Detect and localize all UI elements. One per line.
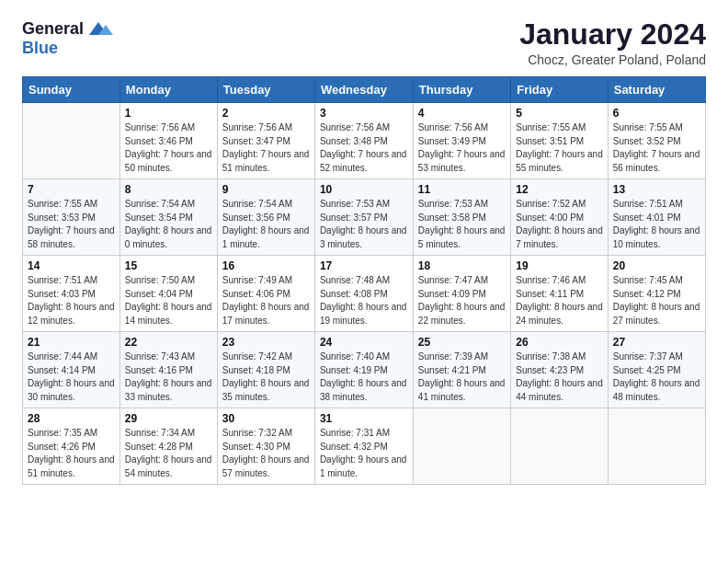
- cell-content: Sunrise: 7:56 AM Sunset: 3:48 PM Dayligh…: [320, 121, 408, 175]
- calendar-cell: [511, 408, 609, 485]
- cell-content: Sunrise: 7:55 AM Sunset: 3:52 PM Dayligh…: [613, 121, 700, 175]
- cell-content: Sunrise: 7:42 AM Sunset: 4:18 PM Dayligh…: [222, 350, 310, 404]
- cell-content: Sunrise: 7:53 AM Sunset: 3:57 PM Dayligh…: [320, 198, 408, 251]
- cell-content: Sunrise: 7:54 AM Sunset: 3:56 PM Dayligh…: [222, 198, 310, 251]
- day-header-friday: Friday: [511, 77, 609, 103]
- cell-content: Sunrise: 7:56 AM Sunset: 3:46 PM Dayligh…: [125, 121, 212, 175]
- cell-content: Sunrise: 7:31 AM Sunset: 4:32 PM Dayligh…: [320, 427, 408, 480]
- day-header-sunday: Sunday: [23, 77, 120, 103]
- day-number: 25: [418, 336, 506, 349]
- calendar-cell: 12Sunrise: 7:52 AM Sunset: 4:00 PM Dayli…: [511, 179, 609, 256]
- logo-text-general: General: [22, 19, 84, 39]
- calendar-cell: 10Sunrise: 7:53 AM Sunset: 3:57 PM Dayli…: [314, 179, 413, 256]
- day-number: 22: [125, 336, 212, 349]
- calendar-cell: 11Sunrise: 7:53 AM Sunset: 3:58 PM Dayli…: [413, 179, 510, 256]
- calendar-cell: [413, 408, 510, 485]
- calendar-cell: 31Sunrise: 7:31 AM Sunset: 4:32 PM Dayli…: [314, 408, 413, 485]
- day-number: 19: [516, 259, 603, 272]
- day-number: 7: [28, 183, 115, 196]
- calendar-cell: 5Sunrise: 7:55 AM Sunset: 3:51 PM Daylig…: [511, 103, 609, 179]
- day-header-wednesday: Wednesday: [314, 77, 413, 103]
- calendar-cell: 16Sunrise: 7:49 AM Sunset: 4:06 PM Dayli…: [217, 256, 314, 332]
- cell-content: Sunrise: 7:48 AM Sunset: 4:08 PM Dayligh…: [320, 274, 408, 327]
- logo-text-blue: Blue: [22, 39, 58, 57]
- cell-content: Sunrise: 7:56 AM Sunset: 3:49 PM Dayligh…: [418, 121, 506, 175]
- day-number: 18: [418, 259, 506, 272]
- cell-content: Sunrise: 7:38 AM Sunset: 4:23 PM Dayligh…: [516, 350, 603, 404]
- calendar-table: SundayMondayTuesdayWednesdayThursdayFrid…: [22, 76, 706, 485]
- calendar-cell: 3Sunrise: 7:56 AM Sunset: 3:48 PM Daylig…: [314, 103, 413, 179]
- day-number: 26: [516, 336, 603, 349]
- calendar-week-row: 28Sunrise: 7:35 AM Sunset: 4:26 PM Dayli…: [23, 408, 706, 485]
- cell-content: Sunrise: 7:34 AM Sunset: 4:28 PM Dayligh…: [125, 427, 212, 480]
- logo: General Blue: [22, 18, 113, 58]
- day-number: 14: [28, 259, 115, 272]
- calendar-cell: 27Sunrise: 7:37 AM Sunset: 4:25 PM Dayli…: [608, 332, 705, 408]
- cell-content: Sunrise: 7:52 AM Sunset: 4:00 PM Dayligh…: [516, 198, 603, 251]
- day-number: 27: [613, 336, 700, 349]
- cell-content: Sunrise: 7:53 AM Sunset: 3:58 PM Dayligh…: [418, 198, 506, 251]
- day-number: 30: [222, 412, 310, 425]
- day-header-monday: Monday: [119, 77, 217, 103]
- day-number: 1: [125, 107, 212, 120]
- calendar-cell: 17Sunrise: 7:48 AM Sunset: 4:08 PM Dayli…: [314, 256, 413, 332]
- calendar-cell: 19Sunrise: 7:46 AM Sunset: 4:11 PM Dayli…: [511, 256, 609, 332]
- day-number: 6: [613, 107, 700, 120]
- calendar-cell: 21Sunrise: 7:44 AM Sunset: 4:14 PM Dayli…: [23, 332, 120, 408]
- cell-content: Sunrise: 7:56 AM Sunset: 3:47 PM Dayligh…: [222, 121, 310, 175]
- calendar-cell: 7Sunrise: 7:55 AM Sunset: 3:53 PM Daylig…: [23, 179, 120, 256]
- day-header-saturday: Saturday: [608, 77, 705, 103]
- calendar-cell: 20Sunrise: 7:45 AM Sunset: 4:12 PM Dayli…: [608, 256, 705, 332]
- cell-content: Sunrise: 7:37 AM Sunset: 4:25 PM Dayligh…: [613, 350, 700, 404]
- calendar-cell: 24Sunrise: 7:40 AM Sunset: 4:19 PM Dayli…: [314, 332, 413, 408]
- day-number: 17: [320, 259, 408, 272]
- cell-content: Sunrise: 7:32 AM Sunset: 4:30 PM Dayligh…: [222, 427, 310, 480]
- cell-content: Sunrise: 7:45 AM Sunset: 4:12 PM Dayligh…: [613, 274, 700, 327]
- day-number: 24: [320, 336, 408, 349]
- cell-content: Sunrise: 7:49 AM Sunset: 4:06 PM Dayligh…: [222, 274, 310, 327]
- day-number: 23: [222, 336, 310, 349]
- day-number: 3: [320, 107, 408, 120]
- calendar-cell: [23, 103, 120, 179]
- calendar-cell: 28Sunrise: 7:35 AM Sunset: 4:26 PM Dayli…: [23, 408, 120, 485]
- cell-content: Sunrise: 7:39 AM Sunset: 4:21 PM Dayligh…: [418, 350, 506, 404]
- page-header: General Blue January 2024 Chocz, Greater…: [22, 18, 706, 67]
- calendar-cell: 13Sunrise: 7:51 AM Sunset: 4:01 PM Dayli…: [608, 179, 705, 256]
- calendar-cell: 4Sunrise: 7:56 AM Sunset: 3:49 PM Daylig…: [413, 103, 510, 179]
- cell-content: Sunrise: 7:47 AM Sunset: 4:09 PM Dayligh…: [418, 274, 506, 327]
- day-number: 10: [320, 183, 408, 196]
- day-number: 5: [516, 107, 603, 120]
- month-year-title: January 2024: [519, 18, 706, 51]
- calendar-cell: 30Sunrise: 7:32 AM Sunset: 4:30 PM Dayli…: [217, 408, 314, 485]
- cell-content: Sunrise: 7:35 AM Sunset: 4:26 PM Dayligh…: [28, 427, 115, 480]
- title-block: January 2024 Chocz, Greater Poland, Pola…: [519, 18, 706, 67]
- day-number: 20: [613, 259, 700, 272]
- day-number: 12: [516, 183, 603, 196]
- cell-content: Sunrise: 7:43 AM Sunset: 4:16 PM Dayligh…: [125, 350, 212, 404]
- calendar-cell: 29Sunrise: 7:34 AM Sunset: 4:28 PM Dayli…: [119, 408, 217, 485]
- calendar-header-row: SundayMondayTuesdayWednesdayThursdayFrid…: [23, 77, 706, 103]
- day-header-thursday: Thursday: [413, 77, 510, 103]
- day-number: 8: [125, 183, 212, 196]
- day-number: 15: [125, 259, 212, 272]
- calendar-cell: 14Sunrise: 7:51 AM Sunset: 4:03 PM Dayli…: [23, 256, 120, 332]
- calendar-cell: 6Sunrise: 7:55 AM Sunset: 3:52 PM Daylig…: [608, 103, 705, 179]
- calendar-cell: [608, 408, 705, 485]
- location-subtitle: Chocz, Greater Poland, Poland: [519, 52, 706, 67]
- cell-content: Sunrise: 7:54 AM Sunset: 3:54 PM Dayligh…: [125, 198, 212, 251]
- calendar-week-row: 1Sunrise: 7:56 AM Sunset: 3:46 PM Daylig…: [23, 103, 706, 179]
- day-number: 13: [613, 183, 700, 196]
- cell-content: Sunrise: 7:44 AM Sunset: 4:14 PM Dayligh…: [28, 350, 115, 404]
- cell-content: Sunrise: 7:46 AM Sunset: 4:11 PM Dayligh…: [516, 274, 603, 327]
- cell-content: Sunrise: 7:55 AM Sunset: 3:53 PM Dayligh…: [28, 198, 115, 251]
- calendar-cell: 23Sunrise: 7:42 AM Sunset: 4:18 PM Dayli…: [217, 332, 314, 408]
- calendar-cell: 15Sunrise: 7:50 AM Sunset: 4:04 PM Dayli…: [119, 256, 217, 332]
- day-number: 21: [28, 336, 115, 349]
- day-number: 29: [125, 412, 212, 425]
- calendar-week-row: 7Sunrise: 7:55 AM Sunset: 3:53 PM Daylig…: [23, 179, 706, 256]
- day-number: 11: [418, 183, 506, 196]
- cell-content: Sunrise: 7:55 AM Sunset: 3:51 PM Dayligh…: [516, 121, 603, 175]
- calendar-cell: 25Sunrise: 7:39 AM Sunset: 4:21 PM Dayli…: [413, 332, 510, 408]
- day-number: 9: [222, 183, 310, 196]
- day-number: 16: [222, 259, 310, 272]
